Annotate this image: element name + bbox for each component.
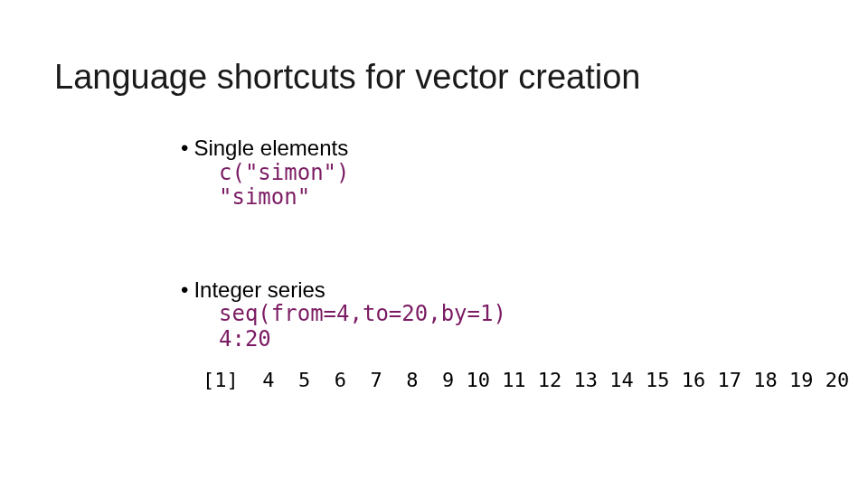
- bullet-single-elements: • Single elements: [181, 136, 814, 161]
- bullet-dot-icon: •: [181, 279, 188, 301]
- code-colon: 4:20: [219, 327, 814, 352]
- slide-body: • Single elements c("simon") "simon" • I…: [181, 136, 814, 391]
- code-single-literal: "simon": [219, 185, 814, 211]
- bullet-integer-series: • Integer series: [181, 277, 814, 303]
- bullet-heading: Single elements: [193, 136, 348, 161]
- code-single-c: c("simon"): [219, 161, 814, 186]
- console-output: [1] 4 5 6 7 8 9 10 11 12 13 14 15 16 17 …: [203, 369, 814, 391]
- spacer: [181, 211, 814, 277]
- bullet-heading: Integer series: [193, 277, 325, 303]
- bullet-dot-icon: •: [181, 137, 188, 159]
- slide-title: Language shortcuts for vector creation: [54, 58, 641, 97]
- spacer: [181, 352, 814, 369]
- slide: Language shortcuts for vector creation •…: [0, 0, 868, 488]
- code-seq: seq(from=4,to=20,by=1): [219, 302, 814, 327]
